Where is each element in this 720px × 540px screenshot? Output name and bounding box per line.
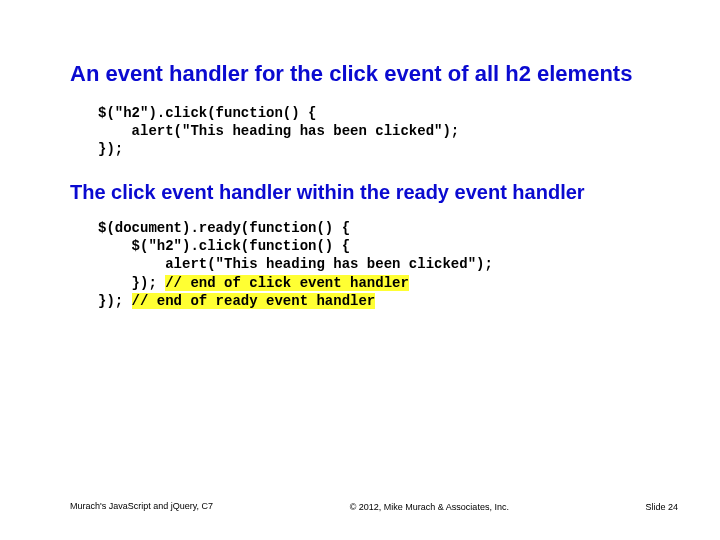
code-line: $("h2").click(function() { [98,238,350,254]
code-line: alert("This heading has been clicked"); [98,256,493,272]
code-comment-highlight: // end of click event handler [165,275,409,291]
heading-1: An event handler for the click event of … [70,60,650,88]
code-block-1: $("h2").click(function() { alert("This h… [98,104,650,159]
code-line: $("h2").click(function() { [98,105,316,121]
heading-2: The click event handler within the ready… [70,180,650,205]
footer-right: Slide 24 [645,502,678,512]
footer-left: Murach's JavaScript and jQuery, C7 [70,501,213,512]
slide-footer: Murach's JavaScript and jQuery, C7 © 201… [70,501,678,512]
code-line: $(document).ready(function() { [98,220,350,236]
code-line: }); [98,141,123,157]
code-line: }); [98,275,165,291]
code-line: alert("This heading has been clicked"); [98,123,459,139]
footer-center: © 2012, Mike Murach & Associates, Inc. [213,502,645,512]
code-block-2: $(document).ready(function() { $("h2").c… [98,219,650,310]
slide-body: An event handler for the click event of … [0,0,720,310]
code-line: }); [98,293,132,309]
code-comment-highlight: // end of ready event handler [132,293,376,309]
